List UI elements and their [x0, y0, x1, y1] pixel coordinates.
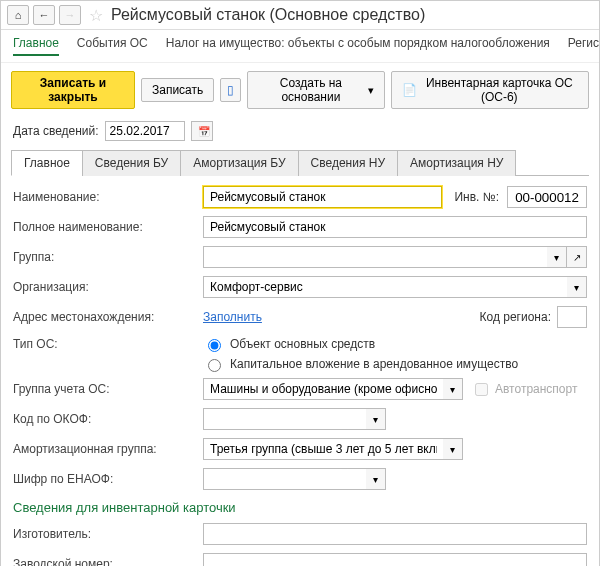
auto-label: Автотранспорт	[495, 382, 577, 396]
inv-label: Инв. №:	[454, 190, 499, 204]
inv-card-label: Инвентарная карточка ОС (ОС-6)	[421, 76, 578, 104]
type-radio-capital[interactable]	[208, 359, 221, 372]
menu-tax[interactable]: Налог на имущество: объекты с особым пор…	[166, 36, 550, 56]
enaof-input[interactable]	[203, 468, 366, 490]
tab-main[interactable]: Главное	[11, 150, 83, 176]
acc-group-label: Группа учета ОС:	[13, 382, 203, 396]
inv-number-input[interactable]	[507, 186, 587, 208]
acc-group-dropdown[interactable]: ▾	[443, 378, 463, 400]
date-label: Дата сведений:	[13, 124, 99, 138]
group-input[interactable]	[203, 246, 547, 268]
tab-amort-nu[interactable]: Амортизация НУ	[397, 150, 516, 176]
tab-amort-bu[interactable]: Амортизация БУ	[180, 150, 298, 176]
tab-nu[interactable]: Сведения НУ	[298, 150, 398, 176]
chevron-down-icon: ▾	[368, 84, 374, 97]
okof-dropdown[interactable]: ▾	[366, 408, 386, 430]
menu-main[interactable]: Главное	[13, 36, 59, 56]
region-input[interactable]	[557, 306, 587, 328]
menu-events[interactable]: События ОС	[77, 36, 148, 56]
org-label: Организация:	[13, 280, 203, 294]
tab-bu[interactable]: Сведения БУ	[82, 150, 181, 176]
section-inventory-card: Сведения для инвентарной карточки	[13, 500, 587, 515]
fullname-input[interactable]	[203, 216, 587, 238]
amort-input[interactable]	[203, 438, 443, 460]
acc-group-input[interactable]	[203, 378, 443, 400]
create-based-button[interactable]: Создать на основании ▾	[247, 71, 384, 109]
favorite-icon[interactable]: ☆	[89, 6, 103, 25]
calendar-button[interactable]: 📅	[191, 121, 213, 141]
okof-input[interactable]	[203, 408, 366, 430]
menu-reg[interactable]: Регистрация зем	[568, 36, 599, 56]
home-button[interactable]: ⌂	[7, 5, 29, 25]
type-radio-capital-label: Капитальное вложение в арендованное имущ…	[230, 357, 518, 371]
name-label: Наименование:	[13, 190, 203, 204]
org-input[interactable]	[203, 276, 567, 298]
amort-label: Амортизационная группа:	[13, 442, 203, 456]
name-input[interactable]	[203, 186, 442, 208]
save-button[interactable]: Записать	[141, 78, 214, 102]
maker-input[interactable]	[203, 523, 587, 545]
window-title: Рейсмусовый станок (Основное средство)	[111, 6, 425, 24]
serial-label: Заводской номер:	[13, 557, 203, 566]
enaof-dropdown[interactable]: ▾	[366, 468, 386, 490]
serial-input[interactable]	[203, 553, 587, 566]
maker-label: Изготовитель:	[13, 527, 203, 541]
inv-card-button[interactable]: 📄 Инвентарная карточка ОС (ОС-6)	[391, 71, 589, 109]
back-button[interactable]: ←	[33, 5, 55, 25]
type-radio-object[interactable]	[208, 339, 221, 352]
addr-label: Адрес местонахождения:	[13, 310, 203, 324]
org-dropdown[interactable]: ▾	[567, 276, 587, 298]
amort-dropdown[interactable]: ▾	[443, 438, 463, 460]
paperclip-icon: ▯	[227, 83, 234, 97]
group-open[interactable]: ↗	[567, 246, 587, 268]
attach-button[interactable]: ▯	[220, 78, 241, 102]
okof-label: Код по ОКОФ:	[13, 412, 203, 426]
group-label: Группа:	[13, 250, 203, 264]
date-input[interactable]	[105, 121, 185, 141]
card-icon: 📄	[402, 83, 417, 97]
addr-fill-link[interactable]: Заполнить	[203, 310, 262, 324]
save-close-button[interactable]: Записать и закрыть	[11, 71, 135, 109]
create-based-label: Создать на основании	[258, 76, 363, 104]
type-radio-object-label: Объект основных средств	[230, 337, 375, 351]
region-label: Код региона:	[480, 310, 551, 324]
group-dropdown[interactable]: ▾	[547, 246, 567, 268]
enaof-label: Шифр по ЕНАОФ:	[13, 472, 203, 486]
fullname-label: Полное наименование:	[13, 220, 203, 234]
type-label: Тип ОС:	[13, 337, 203, 351]
auto-checkbox	[475, 383, 488, 396]
forward-button[interactable]: →	[59, 5, 81, 25]
